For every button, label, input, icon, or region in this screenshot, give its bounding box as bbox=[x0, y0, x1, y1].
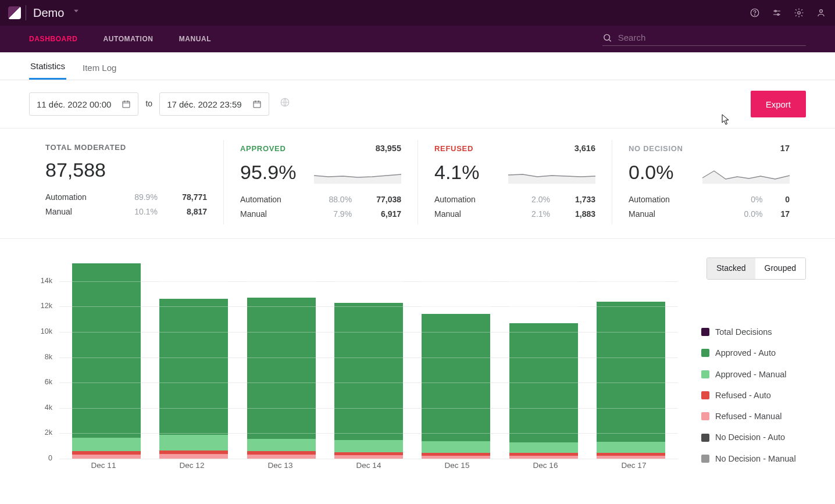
kpi-refused-spark bbox=[508, 166, 595, 184]
legend-swatch bbox=[701, 455, 709, 463]
bar-column[interactable] bbox=[247, 262, 316, 459]
svg-point-5 bbox=[820, 10, 823, 13]
user-icon[interactable] bbox=[815, 7, 827, 19]
chart-section: Stacked Grouped 02k4k6k8k10k12k14k Dec 1… bbox=[0, 239, 835, 488]
kpi-refused-pct: 4.1% bbox=[434, 159, 480, 187]
subtab-statistics[interactable]: Statistics bbox=[29, 60, 66, 80]
legend-label: Total Decisions bbox=[715, 326, 772, 338]
legend-swatch bbox=[701, 391, 709, 399]
y-tick: 12k bbox=[41, 302, 52, 312]
legend-label: Refused - Auto bbox=[715, 389, 771, 401]
subtab-item-log[interactable]: Item Log bbox=[81, 62, 117, 80]
nav-tab-dashboard[interactable]: DASHBOARD bbox=[29, 34, 77, 44]
legend-item[interactable]: Total Decisions bbox=[701, 326, 806, 338]
kpi-nodec-spark bbox=[702, 166, 790, 184]
y-tick: 10k bbox=[41, 327, 52, 337]
bar-column[interactable] bbox=[422, 262, 490, 459]
calendar-icon bbox=[252, 99, 262, 109]
kpi-approved-count: 83,955 bbox=[376, 142, 401, 154]
chart-legend: Total DecisionsApproved - AutoApproved -… bbox=[701, 326, 806, 474]
x-tick: Dec 17 bbox=[600, 460, 668, 471]
stacked-bar-chart: 02k4k6k8k10k12k14k Dec 11Dec 12Dec 13Dec… bbox=[29, 262, 678, 471]
search-input[interactable] bbox=[617, 32, 806, 43]
y-tick: 8k bbox=[45, 352, 52, 363]
sliders-icon[interactable] bbox=[771, 7, 783, 19]
legend-item[interactable]: Refused - Manual bbox=[701, 410, 806, 422]
y-tick: 4k bbox=[45, 403, 52, 413]
bar-column[interactable] bbox=[509, 262, 578, 459]
x-tick: Dec 11 bbox=[69, 460, 138, 471]
legend-swatch bbox=[701, 349, 709, 357]
legend-label: No Decision - Auto bbox=[715, 431, 785, 443]
bar-column[interactable] bbox=[72, 262, 141, 459]
kpi-title: REFUSED bbox=[434, 144, 473, 154]
calendar-icon bbox=[122, 99, 131, 109]
svg-point-6 bbox=[604, 34, 610, 40]
svg-point-1 bbox=[755, 15, 755, 15]
export-button[interactable]: Export bbox=[751, 91, 806, 117]
primary-nav: DASHBOARD AUTOMATION MANUAL bbox=[0, 26, 835, 52]
legend-label: Refused - Manual bbox=[715, 410, 782, 422]
kpi-title: TOTAL MODERATED bbox=[45, 142, 207, 153]
svg-rect-7 bbox=[123, 101, 130, 108]
dashboard-subtabs: Statistics Item Log bbox=[0, 56, 835, 80]
workspace-name: Demo bbox=[33, 5, 64, 21]
kpi-nodec-pct: 0.0% bbox=[629, 159, 674, 187]
legend-label: No Decision - Manual bbox=[715, 453, 796, 464]
legend-item[interactable]: Approved - Auto bbox=[701, 347, 806, 359]
kpi-row: TOTAL MODERATED 87,588 Automation89.9%78… bbox=[0, 128, 835, 239]
legend-label: Approved - Auto bbox=[715, 347, 776, 359]
workspace-dropdown-icon[interactable] bbox=[72, 7, 80, 19]
toggle-grouped[interactable]: Grouped bbox=[755, 258, 805, 279]
legend-swatch bbox=[701, 370, 709, 378]
gear-icon[interactable] bbox=[793, 7, 805, 19]
bar-column[interactable] bbox=[334, 262, 403, 459]
kpi-nodec-count: 17 bbox=[780, 142, 790, 154]
y-tick: 6k bbox=[45, 377, 52, 388]
search-icon bbox=[602, 33, 612, 43]
kpi-approved-pct: 95.9% bbox=[240, 159, 296, 187]
global-search[interactable] bbox=[602, 32, 806, 46]
y-tick: 0 bbox=[48, 453, 52, 464]
y-tick: 2k bbox=[45, 428, 52, 439]
kpi-refused: REFUSED 3,616 4.1% Automation2.0%1,733 M… bbox=[418, 140, 612, 224]
legend-item[interactable]: Refused - Auto bbox=[701, 389, 806, 401]
svg-rect-8 bbox=[254, 101, 261, 108]
y-tick: 14k bbox=[41, 276, 52, 287]
date-to-label: to bbox=[145, 98, 152, 110]
date-to-value: 17 déc. 2022 23:59 bbox=[167, 98, 241, 110]
kpi-title: APPROVED bbox=[240, 144, 286, 154]
kpi-total-value: 87,588 bbox=[45, 156, 207, 184]
legend-item[interactable]: No Decision - Manual bbox=[701, 453, 806, 464]
date-from-picker[interactable]: 11 déc. 2022 00:00 bbox=[29, 92, 138, 116]
bar-column[interactable] bbox=[159, 262, 228, 459]
legend-swatch bbox=[701, 412, 709, 420]
kpi-no-decision: NO DECISION 17 0.0% Automation0%0 Manual… bbox=[612, 140, 806, 224]
filters-row: 11 déc. 2022 00:00 to 17 déc. 2022 23:59… bbox=[0, 80, 835, 128]
kpi-approved-spark bbox=[314, 166, 401, 184]
app-topbar: Demo bbox=[0, 0, 835, 26]
x-tick: Dec 12 bbox=[158, 460, 226, 471]
nav-tab-automation[interactable]: AUTOMATION bbox=[103, 34, 153, 44]
legend-swatch bbox=[701, 328, 709, 336]
divider bbox=[26, 5, 26, 20]
chart-view-toggle: Stacked Grouped bbox=[706, 258, 806, 280]
bar-column[interactable] bbox=[597, 262, 665, 459]
toggle-stacked[interactable]: Stacked bbox=[707, 258, 755, 279]
legend-label: Approved - Manual bbox=[715, 369, 787, 380]
kpi-refused-count: 3,616 bbox=[574, 142, 595, 154]
x-tick: Dec 13 bbox=[246, 460, 315, 471]
legend-item[interactable]: No Decision - Auto bbox=[701, 431, 806, 443]
x-tick: Dec 14 bbox=[334, 460, 403, 471]
kpi-approved: APPROVED 83,955 95.9% Automation88.0%77,… bbox=[223, 140, 418, 224]
x-tick: Dec 15 bbox=[423, 460, 491, 471]
kpi-total: TOTAL MODERATED 87,588 Automation89.9%78… bbox=[29, 140, 223, 224]
legend-swatch bbox=[701, 434, 709, 442]
timezone-icon[interactable] bbox=[280, 97, 290, 111]
help-icon[interactable] bbox=[749, 7, 761, 19]
legend-item[interactable]: Approved - Manual bbox=[701, 369, 806, 380]
x-tick: Dec 16 bbox=[511, 460, 580, 471]
nav-tab-manual[interactable]: MANUAL bbox=[179, 34, 212, 44]
date-to-picker[interactable]: 17 déc. 2022 23:59 bbox=[159, 92, 269, 116]
kpi-title: NO DECISION bbox=[629, 144, 683, 154]
